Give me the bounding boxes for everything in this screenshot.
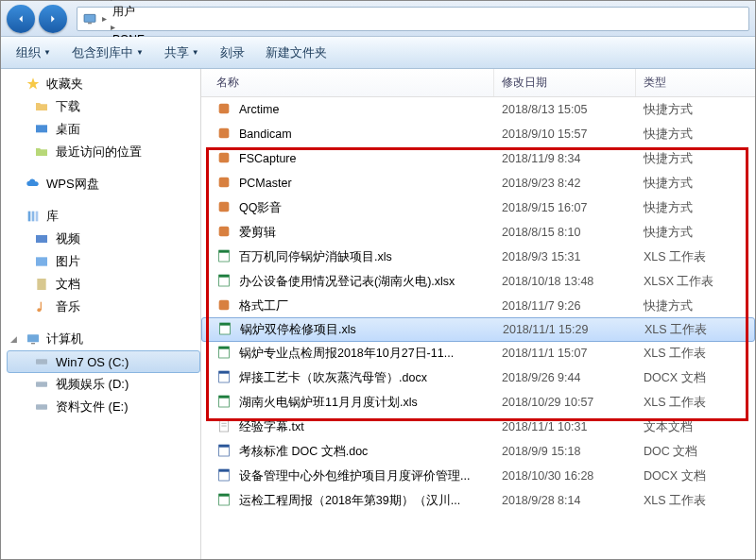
file-row[interactable]: 格式工厂2018/11/7 9:26快捷方式 — [201, 294, 755, 318]
breadcrumb-item[interactable]: 用户 — [109, 4, 183, 20]
file-date: 2018/10/30 16:28 — [494, 469, 636, 483]
picture-icon — [33, 253, 50, 270]
file-date: 2018/11/7 9:26 — [494, 299, 636, 313]
sidebar: 收藏夹 下载 桌面 最近访问的位置 WPS网盘 库 视频 — [1, 69, 201, 559]
sidebar-recent[interactable]: 最近访问的位置 — [7, 141, 200, 163]
file-type: 快捷方式 — [636, 225, 755, 241]
wps-group[interactable]: WPS网盘 — [7, 173, 200, 195]
library-icon — [25, 208, 42, 225]
col-name[interactable]: 名称 — [201, 69, 494, 96]
back-button[interactable] — [7, 5, 35, 33]
file-row[interactable]: QQ影音2018/9/15 16:07快捷方式 — [201, 195, 755, 220]
svg-rect-14 — [36, 382, 47, 386]
file-icon — [216, 273, 233, 290]
chevron-down-icon: ▼ — [192, 48, 199, 57]
new-folder-button[interactable]: 新建文件夹 — [258, 41, 335, 65]
file-icon — [216, 467, 233, 484]
file-icon — [216, 175, 233, 192]
sidebar-downloads[interactable]: 下载 — [7, 95, 200, 118]
file-row[interactable]: 运检工程周报（2018年第39期）（汉川...2018/9/28 8:14XLS… — [201, 488, 755, 513]
svg-rect-5 — [36, 212, 39, 222]
file-name: 湖南火电锅炉班11月月度计划.xls — [239, 395, 418, 411]
burn-button[interactable]: 刻录 — [213, 41, 252, 65]
file-row[interactable]: 办公设备使用情况登记表(湖南火电).xlsx2018/10/18 13:48XL… — [201, 269, 755, 294]
file-icon — [216, 248, 233, 265]
file-row[interactable]: 百万机同停锅炉消缺项目.xls2018/9/3 15:31XLS 工作表 — [201, 245, 755, 269]
svg-rect-23 — [219, 250, 230, 253]
svg-rect-34 — [219, 396, 230, 399]
col-date[interactable]: 修改日期 — [494, 69, 636, 96]
sidebar-drive-e[interactable]: 资料文件 (E:) — [7, 396, 200, 418]
computer-label: 计算机 — [46, 331, 83, 348]
file-row[interactable]: FSCapture2018/11/9 8:34快捷方式 — [201, 146, 755, 171]
file-type: XLS 工作表 — [636, 249, 755, 265]
svg-rect-39 — [219, 445, 230, 448]
chevron-right-icon: ▸ — [109, 22, 117, 32]
file-row[interactable]: PCMaster2018/9/23 8:42快捷方式 — [201, 171, 755, 195]
address-bar[interactable]: ▸ 计算机▸Win7 OS (C:)▸用户▸PONE▸桌面▸ — [77, 7, 749, 31]
file-name: FSCapture — [239, 152, 296, 165]
computer-group[interactable]: ◢ 计算机 — [7, 328, 200, 350]
nav-bar: ▸ 计算机▸Win7 OS (C:)▸用户▸PONE▸桌面▸ — [1, 1, 755, 37]
file-row[interactable]: 锅炉双停检修项目.xls2018/11/1 15:29XLS 工作表 — [201, 317, 755, 342]
file-row[interactable]: 爱剪辑2018/8/15 8:10快捷方式 — [201, 220, 755, 245]
file-name: Arctime — [239, 103, 279, 116]
music-icon — [33, 298, 50, 315]
file-date: 2018/8/13 15:05 — [494, 103, 636, 116]
wps-label: WPS网盘 — [46, 176, 99, 193]
organize-menu[interactable]: 组织 ▼ — [9, 41, 59, 65]
svg-rect-0 — [84, 14, 95, 22]
include-library-menu[interactable]: 包含到库中 ▼ — [64, 41, 151, 65]
sidebar-music[interactable]: 音乐 — [7, 296, 200, 318]
file-type: 快捷方式 — [636, 127, 755, 143]
file-row[interactable]: Bandicam2018/9/10 15:57快捷方式 — [201, 122, 755, 146]
sidebar-videos[interactable]: 视频 — [7, 228, 200, 250]
sidebar-documents[interactable]: 文档 — [7, 273, 200, 296]
explorer-window: ▸ 计算机▸Win7 OS (C:)▸用户▸PONE▸桌面▸ 组织 ▼ 包含到库… — [0, 0, 756, 560]
file-row[interactable]: 经验字幕.txt2018/11/1 10:31文本文档 — [201, 415, 755, 439]
file-type: XLS 工作表 — [636, 346, 755, 362]
libraries-group[interactable]: 库 — [7, 205, 200, 228]
toolbar: 组织 ▼ 包含到库中 ▼ 共享 ▼ 刻录 新建文件夹 — [1, 37, 755, 69]
file-icon — [216, 345, 233, 362]
file-row[interactable]: 湖南火电锅炉班11月月度计划.xls2018/10/29 10:57XLS 工作… — [201, 390, 755, 415]
favorites-group[interactable]: 收藏夹 — [7, 73, 200, 95]
share-menu[interactable]: 共享 ▼ — [157, 41, 207, 65]
sidebar-pictures[interactable]: 图片 — [7, 250, 200, 273]
file-date: 2018/8/15 8:10 — [494, 226, 636, 239]
svg-rect-11 — [27, 334, 39, 342]
sidebar-drive-c[interactable]: Win7 OS (C:) — [7, 350, 200, 373]
svg-rect-17 — [219, 128, 230, 139]
file-name: 设备管理中心外包维护项目月度评价管理... — [239, 468, 470, 484]
sidebar-drive-d[interactable]: 视频娱乐 (D:) — [7, 373, 200, 396]
file-name: 焊接工艺卡（吹灰蒸汽母管）.docx — [239, 370, 427, 386]
file-name: 经验字幕.txt — [239, 419, 304, 435]
svg-rect-2 — [36, 125, 47, 132]
file-row[interactable]: 焊接工艺卡（吹灰蒸汽母管）.docx2018/9/26 9:44DOCX 文档 — [201, 365, 755, 390]
file-icon — [216, 199, 233, 216]
svg-rect-41 — [219, 469, 230, 472]
svg-rect-26 — [219, 300, 230, 311]
svg-rect-19 — [219, 178, 230, 188]
file-date: 2018/10/18 13:48 — [494, 275, 636, 288]
file-date: 2018/10/29 10:57 — [494, 396, 636, 409]
desktop-icon — [33, 121, 50, 138]
computer-icon — [25, 331, 42, 348]
file-name: PCMaster — [239, 177, 292, 190]
collapse-icon: ◢ — [10, 334, 20, 344]
file-row[interactable]: 锅炉专业点检周报2018年10月27日-11...2018/11/1 15:07… — [201, 341, 755, 365]
folder-down-icon — [33, 98, 50, 115]
forward-button[interactable] — [39, 5, 67, 33]
col-type[interactable]: 类型 — [636, 69, 755, 96]
file-date: 2018/11/1 10:31 — [494, 420, 636, 433]
file-row[interactable]: 考核标准 DOC 文档.doc2018/9/9 15:18DOC 文档 — [201, 439, 755, 464]
file-icon — [216, 297, 233, 314]
file-row[interactable]: Arctime2018/8/13 15:05快捷方式 — [201, 97, 755, 122]
file-icon — [216, 150, 233, 167]
file-row[interactable]: 设备管理中心外包维护项目月度评价管理...2018/10/30 16:28DOC… — [201, 464, 755, 488]
file-icon — [216, 443, 233, 460]
file-date: 2018/11/1 15:29 — [495, 323, 637, 336]
sidebar-desktop[interactable]: 桌面 — [7, 118, 200, 141]
svg-rect-12 — [31, 343, 35, 344]
favorites-label: 收藏夹 — [46, 76, 83, 93]
